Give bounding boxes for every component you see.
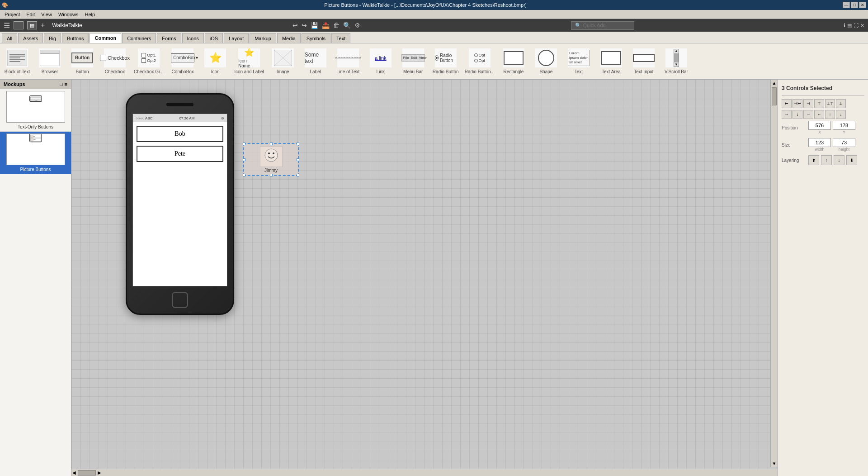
close-button[interactable]: ✕ bbox=[859, 2, 866, 8]
fullscreen-icon[interactable]: ⛶ bbox=[854, 23, 859, 29]
comp-checkbox[interactable]: Checkbox Checkbox bbox=[101, 48, 128, 74]
grid-view-icon[interactable]: ▦ bbox=[27, 21, 37, 29]
menu-project[interactable]: Project bbox=[2, 11, 23, 18]
menu-help[interactable]: Help bbox=[82, 11, 98, 18]
align-center-h[interactable]: ⊣⊢ bbox=[793, 99, 802, 108]
export-icon[interactable]: 📤 bbox=[321, 21, 330, 30]
tab-layout[interactable]: Layout bbox=[224, 33, 249, 43]
info-icon[interactable]: ℹ bbox=[844, 23, 845, 29]
tab-icons[interactable]: Icons bbox=[182, 33, 204, 43]
dist-v[interactable]: ↕ bbox=[793, 110, 802, 119]
search-icon[interactable]: 🔍 bbox=[342, 21, 352, 30]
hamburger-icon[interactable]: ☰ bbox=[4, 21, 10, 30]
menu-view[interactable]: View bbox=[38, 11, 55, 18]
single-view-icon[interactable] bbox=[14, 21, 24, 29]
selected-widget[interactable]: Jimmy bbox=[243, 143, 299, 176]
align-middle-v[interactable]: ⊥⊤ bbox=[825, 99, 835, 108]
canvas-hscrollbar[interactable]: ◀ ▶ bbox=[71, 469, 778, 476]
save-icon[interactable]: 💾 bbox=[310, 21, 319, 30]
tab-markup[interactable]: Markup bbox=[250, 33, 276, 43]
dist-h[interactable]: ↔ bbox=[782, 110, 792, 119]
canvas-area[interactable]: ○○○○ ABC 07:20 AM ⊙ Bob Pete bbox=[71, 80, 778, 476]
bring-to-front[interactable]: ⬆ bbox=[808, 155, 819, 165]
resize-handle-bc[interactable] bbox=[270, 174, 273, 176]
position-y-input[interactable] bbox=[833, 121, 855, 130]
redo-icon[interactable]: ↪ bbox=[301, 21, 308, 30]
comp-shape[interactable]: Shape bbox=[533, 48, 560, 74]
tab-assets[interactable]: Assets bbox=[18, 33, 43, 43]
position-row: Position X Y bbox=[782, 121, 864, 134]
resize-handle-tc[interactable] bbox=[270, 143, 273, 145]
comp-text-input[interactable]: Text Input bbox=[630, 48, 657, 74]
mockups-collapse-icon[interactable]: □ bbox=[60, 81, 63, 87]
comp-vscrollbar[interactable]: ▲ ▼ V.Scroll Bar bbox=[663, 48, 690, 74]
size-width-input[interactable] bbox=[808, 138, 831, 147]
comp-text-area[interactable]: Text Area bbox=[598, 48, 625, 74]
resize-handle-tr[interactable] bbox=[297, 143, 299, 145]
undo-icon[interactable]: ↩ bbox=[292, 21, 299, 30]
bring-forward[interactable]: ↑ bbox=[821, 155, 832, 165]
tab-big[interactable]: Big bbox=[44, 33, 61, 43]
tab-common[interactable]: Common bbox=[90, 33, 121, 43]
size-height-input[interactable] bbox=[833, 138, 855, 147]
comp-text[interactable]: Lorem ipsum dolor sit amet text... Text bbox=[565, 48, 592, 74]
tab-buttons[interactable]: Buttons bbox=[62, 33, 89, 43]
comp-checkbox-group[interactable]: Opt1 Opt2 Checkbox Gr... bbox=[134, 48, 164, 74]
canvas-vscrollbar[interactable]: ▲ ▼ bbox=[770, 80, 778, 467]
delete-icon[interactable]: 🗑 bbox=[332, 21, 340, 30]
phone-home-button[interactable] bbox=[172, 292, 188, 308]
mockups-menu-icon[interactable]: ≡ bbox=[65, 81, 67, 87]
send-backward[interactable]: ↓ bbox=[834, 155, 844, 165]
maximize-button[interactable]: □ bbox=[851, 2, 858, 8]
comp-button[interactable]: Button Button bbox=[69, 48, 96, 74]
comp-browser[interactable]: Browser bbox=[36, 48, 63, 74]
align-right-edges[interactable]: ⊣ bbox=[803, 99, 813, 108]
tab-forms[interactable]: Forms bbox=[157, 33, 181, 43]
comp-line-of-text[interactable]: ~~~~~~~~~~ Line of Text bbox=[335, 48, 362, 74]
layout-icon[interactable]: ▤ bbox=[847, 23, 852, 29]
comp-menu-bar[interactable]: FileEditView Menu Bar bbox=[400, 48, 427, 74]
send-to-back[interactable]: ⬇ bbox=[846, 155, 857, 165]
tab-all[interactable]: All bbox=[2, 33, 17, 43]
resize-handle-bl[interactable] bbox=[243, 174, 245, 176]
resize-handle-mr[interactable] bbox=[297, 158, 299, 161]
nudge-up[interactable]: ↑ bbox=[825, 110, 835, 119]
comp-rectangle[interactable]: Rectangle bbox=[500, 48, 527, 74]
mockup-picture-buttons[interactable]: Bob Pete Picture Buttons bbox=[0, 132, 71, 174]
nudge-down[interactable]: ↓ bbox=[836, 110, 846, 119]
tab-symbols[interactable]: Symbols bbox=[302, 33, 330, 43]
comp-block-of-text[interactable]: Block of Text bbox=[4, 48, 31, 74]
comp-icon[interactable]: ⭐ Icon bbox=[202, 48, 229, 74]
nudge-right[interactable]: → bbox=[803, 110, 813, 119]
menu-edit[interactable]: Edit bbox=[24, 11, 38, 18]
add-icon[interactable]: + bbox=[41, 21, 45, 29]
resize-handle-br[interactable] bbox=[297, 174, 299, 176]
tab-containers[interactable]: Containers bbox=[122, 33, 156, 43]
resize-handle-ml[interactable] bbox=[243, 158, 245, 161]
phone-button-bob[interactable]: Bob bbox=[137, 126, 223, 142]
align-top-edges[interactable]: ⊤ bbox=[814, 99, 824, 108]
comp-link[interactable]: a link Link bbox=[367, 48, 394, 74]
close-panel-icon[interactable]: ✕ bbox=[860, 23, 864, 29]
nudge-left[interactable]: ← bbox=[814, 110, 824, 119]
comp-icon-and-label[interactable]: ⭐ Icon Name Icon and Label bbox=[234, 48, 264, 74]
menu-windows[interactable]: Windows bbox=[56, 11, 81, 18]
comp-radio-button[interactable]: Radio Button Radio Button bbox=[432, 48, 459, 74]
quick-add-input[interactable] bbox=[583, 23, 633, 28]
minimize-button[interactable]: — bbox=[843, 2, 850, 8]
resize-handle-tl[interactable] bbox=[243, 143, 245, 145]
tab-ios[interactable]: iOS bbox=[205, 33, 223, 43]
align-left-edges[interactable]: ⊢ bbox=[782, 99, 792, 108]
app-title-bar: ☰ ▦ + WalkieTalkie ↩ ↪ 💾 📤 🗑 🔍 ⚙ 🔍 ℹ ▤ ⛶… bbox=[0, 19, 868, 32]
settings-icon[interactable]: ⚙ bbox=[354, 21, 361, 30]
phone-button-pete[interactable]: Pete bbox=[137, 146, 223, 162]
comp-radio-button-group[interactable]: Opt Opt Radio Button... bbox=[465, 48, 495, 74]
comp-label[interactable]: Some text Label bbox=[302, 48, 329, 74]
tab-text[interactable]: Text bbox=[331, 33, 350, 43]
tab-media[interactable]: Media bbox=[277, 33, 301, 43]
mockup-text-only-buttons[interactable]: Bob Pete Text-Only Buttons bbox=[0, 89, 71, 132]
comp-image[interactable]: Image bbox=[269, 48, 297, 74]
comp-combobox[interactable]: ComboBox▾ ComboBox bbox=[169, 48, 196, 74]
position-x-input[interactable] bbox=[808, 121, 831, 130]
align-bottom-edges[interactable]: ⊥ bbox=[836, 99, 846, 108]
